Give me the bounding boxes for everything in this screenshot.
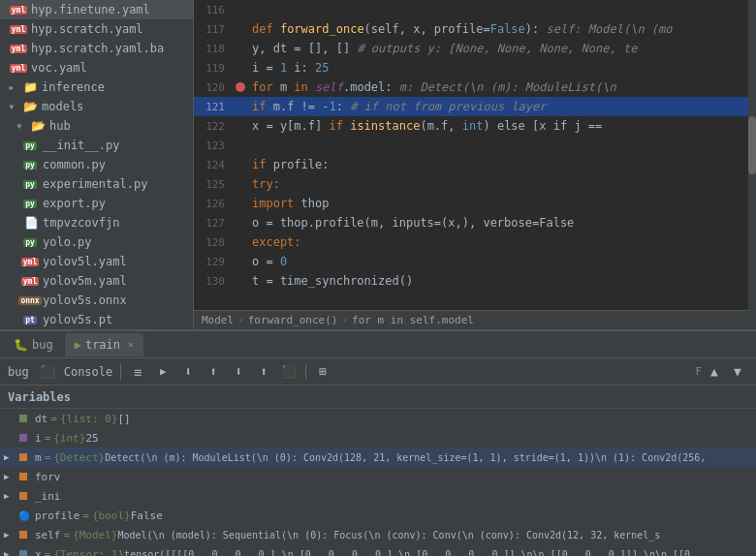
variables-header: Variables xyxy=(0,386,756,409)
tree-item-label: models xyxy=(42,100,83,113)
var-row-forv2[interactable]: ▶ forv xyxy=(0,467,756,486)
toolbar-btn-step-into[interactable]: ⬆ xyxy=(203,361,224,383)
code-line-125: 125 try: xyxy=(194,174,756,194)
var-row-profile[interactable]: 🔵 profile = {bool} False xyxy=(0,506,756,525)
line-content-122[interactable]: x = y[m.f] if isinstance(m.f, int) else … xyxy=(248,119,756,133)
code-i-label: i: xyxy=(287,61,315,75)
toolbar-btn-frames[interactable]: ⊞ xyxy=(312,361,333,383)
code-line-120: 120 for m in self.model: m: Detect(\n (m… xyxy=(194,77,756,97)
frame-up-btn[interactable]: ▲ xyxy=(704,361,725,383)
close-tab-icon[interactable]: ✕ xyxy=(128,339,134,350)
frame-label: F xyxy=(695,365,702,378)
tree-item-common[interactable]: py common.py xyxy=(0,155,193,174)
tree-item-hyp-finetune[interactable]: yml hyp.finetune.yaml xyxy=(0,0,193,19)
tree-item-yolov5s-onnx[interactable]: onnx yolov5s.onnx xyxy=(0,291,193,310)
toolbar-btn-stop[interactable]: ⬛ xyxy=(278,361,299,383)
line-num-124: 124 xyxy=(194,159,233,171)
code-line-130: 130 t = time_synchronized() xyxy=(194,271,756,291)
code-scrollbar[interactable] xyxy=(748,0,756,329)
var-eq-i: = xyxy=(45,432,51,445)
code-x-assign: x = y[m.f] xyxy=(252,119,329,133)
breadcrumb-model[interactable]: Model xyxy=(202,314,234,326)
toolbar-btn-run-to[interactable]: ⬆ xyxy=(253,361,274,383)
line-content-126[interactable]: import thop xyxy=(248,197,756,210)
tree-item-hyp-scratch[interactable]: yml hyp.scratch.yaml xyxy=(0,19,193,39)
tree-item-yolov5s-pt[interactable]: pt yolov5s.pt xyxy=(0,310,193,329)
breakpoint-120[interactable] xyxy=(236,82,245,92)
folder-closed-icon xyxy=(4,79,19,95)
params: (self, x, profile= xyxy=(364,22,490,36)
line-content-125[interactable]: try: xyxy=(248,177,756,191)
code-mf: m.f != - xyxy=(273,100,330,113)
tree-item-label: voc.yaml xyxy=(31,61,87,75)
frame-down-btn[interactable]: ▼ xyxy=(727,361,748,383)
code-zero: 0 xyxy=(280,255,287,268)
line-content-118[interactable]: y, dt = [], [] # outputs y: [None, None,… xyxy=(248,42,756,55)
tree-item-tmpvzcovfjn[interactable]: 📄 tmpvzcovfjn xyxy=(0,213,193,232)
var-row-i[interactable]: i = {int} 25 xyxy=(0,428,756,448)
line-content-124[interactable]: if profile: xyxy=(248,158,756,171)
tree-item-inference[interactable]: 📁 inference xyxy=(0,77,193,97)
var-type-profile: {bool} xyxy=(92,510,131,522)
breadcrumb-for-m[interactable]: for m in self.model xyxy=(352,314,474,326)
comment-m: m: Detect(\n (m): ModuleList(\n xyxy=(399,80,616,94)
toolbar-btn-console[interactable]: ⬛ xyxy=(37,361,58,383)
line-content-120[interactable]: for m in self.model: m: Detect(\n (m): M… xyxy=(248,80,756,94)
tree-item-hub[interactable]: 📂 hub xyxy=(0,116,193,136)
line-num-116: 116 xyxy=(194,4,233,16)
var-name-ini: _ini xyxy=(35,490,61,503)
folder-open-icon xyxy=(4,99,19,114)
line-content-127[interactable]: o = thop.profile(m, inputs=(x,), verbose… xyxy=(248,216,756,230)
debugger-label: bug xyxy=(8,365,29,379)
code-line-126: 126 import thop xyxy=(194,194,756,213)
tree-item-yolov5l[interactable]: yml yolov5l.yaml xyxy=(0,252,193,271)
tree-item-yolov5m[interactable]: yml yolov5m.yaml xyxy=(0,271,193,291)
code-line-117: 117 def forward_once(self, x, profile=Fa… xyxy=(194,19,756,39)
line-content-129[interactable]: o = 0 xyxy=(248,255,756,268)
tree-item-hyp-scratch-ba[interactable]: yml hyp.scratch.yaml.ba xyxy=(0,39,193,58)
code-time-sync: t = time_synchronized() xyxy=(252,274,413,288)
tree-item-label: tmpvzcovfjn xyxy=(43,216,119,230)
breadcrumb-bar: Model › forward_once() › for m in self.m… xyxy=(194,310,756,329)
tree-item-label: hub xyxy=(49,119,71,133)
tree-item-label: common.py xyxy=(43,158,106,171)
line-num-117: 117 xyxy=(194,23,233,36)
var-row-ini[interactable]: ▶ _ini xyxy=(0,486,756,506)
tree-item-init[interactable]: py __init__.py xyxy=(0,136,193,155)
line-num-128: 128 xyxy=(194,236,233,249)
toolbar-btn-list[interactable]: ≡ xyxy=(127,361,148,383)
var-eq-forv: = xyxy=(45,451,51,464)
scrollbar-thumb[interactable] xyxy=(748,116,756,174)
line-content-130[interactable]: t = time_synchronized() xyxy=(248,274,756,288)
line-content-119[interactable]: i = 1 i: 25 xyxy=(248,61,756,75)
toolbar-btn-step-over[interactable]: ⬇ xyxy=(177,361,199,383)
debug-tab-train[interactable]: ▶ train ✕ xyxy=(65,333,143,356)
yaml-file-icon: yml xyxy=(23,254,39,269)
var-row-dt[interactable]: dt = {list: 0} [] xyxy=(0,409,756,428)
var-eq-self: = xyxy=(64,529,71,541)
var-val-x: tensor([[[[0., 0., 0., 0.],\n [0., 0., 0… xyxy=(124,549,702,557)
var-row-forv-active[interactable]: ▶ m = {Detect} Detect(\n (m): ModuleList… xyxy=(0,448,756,467)
var-expand-forv2: ▶ xyxy=(4,472,16,481)
yaml-file-icon: yml xyxy=(23,273,39,289)
toolbar-btn-resume[interactable]: ▶ xyxy=(152,361,173,383)
tree-item-voc[interactable]: yml voc.yaml xyxy=(0,58,193,77)
tree-item-experimental[interactable]: py experimental.py xyxy=(0,174,193,194)
line-num-121: 121 xyxy=(194,101,233,113)
code-profile: profile: xyxy=(273,158,330,171)
toolbar-btn-step-out[interactable]: ⬇ xyxy=(228,361,249,383)
tree-item-yolo[interactable]: py yolo.py xyxy=(0,232,193,252)
tree-item-export[interactable]: py export.py xyxy=(0,194,193,213)
code-colon: : xyxy=(336,100,350,113)
var-row-self[interactable]: ▶ self = {Model} Model(\n (model): Seque… xyxy=(0,525,756,544)
run-icon: ▶ xyxy=(75,338,81,352)
line-content-128[interactable]: except: xyxy=(248,235,756,249)
line-content-121[interactable]: if m.f != -1: # if not from previous lay… xyxy=(248,100,756,113)
code-line-119: 119 i = 1 i: 25 xyxy=(194,58,756,77)
debug-tab-bug[interactable]: 🐛 bug xyxy=(4,333,63,356)
breadcrumb-forward-once[interactable]: forward_once() xyxy=(248,314,338,326)
var-expand-ini: ▶ xyxy=(4,491,16,501)
var-row-x[interactable]: ▶ x = {Tensor: 1} tensor([[[[0., 0., 0.,… xyxy=(0,544,756,556)
tree-item-models[interactable]: 📂 models xyxy=(0,97,193,116)
line-content-117[interactable]: def forward_once(self, x, profile=False)… xyxy=(248,22,756,36)
